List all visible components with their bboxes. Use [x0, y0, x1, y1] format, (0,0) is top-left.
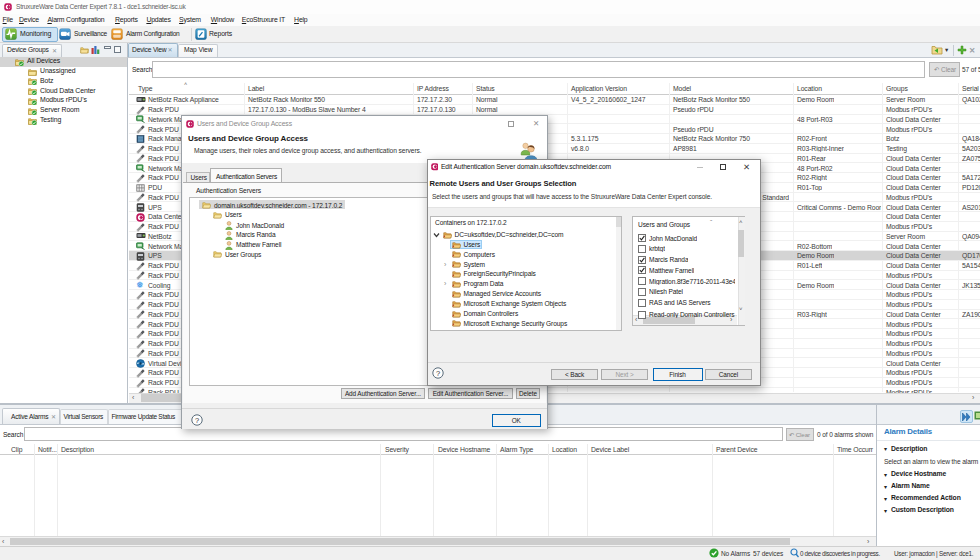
svg-text:?: ?: [195, 416, 199, 425]
svg-text:?: ?: [435, 369, 439, 378]
